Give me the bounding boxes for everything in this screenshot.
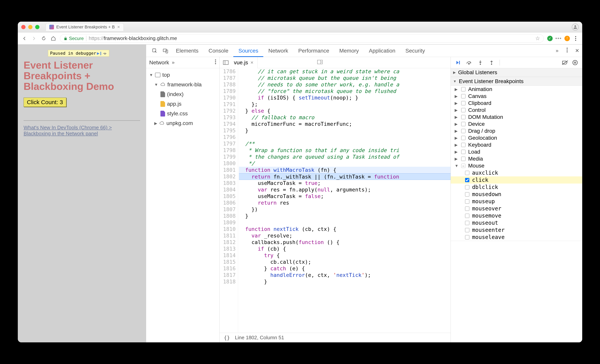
- resume-icon[interactable]: ▶❙: [97, 51, 102, 56]
- nav-more-icon[interactable]: [215, 59, 216, 66]
- tree-top[interactable]: ▼top: [148, 70, 217, 80]
- pretty-print-icon[interactable]: {}: [224, 335, 230, 341]
- event-dblclick[interactable]: dblclick: [451, 183, 582, 191]
- pause-exceptions-icon[interactable]: [572, 59, 578, 66]
- toggle-navigator-icon[interactable]: [222, 61, 230, 65]
- category-animation[interactable]: ▶Animation: [451, 86, 582, 93]
- tab-sources[interactable]: Sources: [233, 45, 263, 57]
- titlebar: Event Listener Breakpoints + B ✕: [18, 22, 582, 32]
- browser-window: Event Listener Breakpoints + B ✕ Secure …: [18, 22, 582, 342]
- back-icon[interactable]: [21, 35, 28, 42]
- category-dom-mutation[interactable]: ▶DOM Mutation: [451, 114, 582, 120]
- event-mouseout[interactable]: mouseout: [451, 219, 582, 227]
- whats-new-link[interactable]: What's New In DevTools (Chrome 66) > Bla…: [24, 125, 140, 136]
- maximize-window[interactable]: [35, 25, 39, 29]
- tab-console[interactable]: Console: [204, 45, 234, 57]
- svg-point-10: [215, 60, 216, 61]
- category-clipboard[interactable]: ▶Clipboard: [451, 100, 582, 107]
- event-auxclick[interactable]: auxclick: [451, 169, 582, 176]
- extension-badge-orange[interactable]: !: [564, 36, 570, 41]
- tree-file-index[interactable]: (index): [148, 90, 217, 99]
- event-mouseleave[interactable]: mouseleave: [451, 234, 582, 241]
- category-media[interactable]: ▶Media: [451, 155, 582, 162]
- category-geolocation[interactable]: ▶Geolocation: [451, 135, 582, 141]
- bookmark-star-icon[interactable]: ☆: [535, 35, 540, 42]
- resume-button[interactable]: [455, 59, 461, 66]
- event-mouseenter[interactable]: mouseenter: [451, 227, 582, 234]
- event-mouseup[interactable]: mouseup: [451, 198, 582, 205]
- url-text: https://framework-blackboxing.glitch.me: [89, 35, 177, 41]
- event-click[interactable]: click: [451, 176, 582, 183]
- browser-tab[interactable]: Event Listener Breakpoints + B ✕: [46, 23, 124, 31]
- step-out-button[interactable]: [488, 59, 495, 66]
- cloud-icon: [159, 120, 165, 127]
- favicon: [49, 25, 54, 29]
- tab-elements[interactable]: Elements: [171, 45, 204, 57]
- forward-icon: [31, 35, 37, 42]
- extension-overflow-icon[interactable]: •••: [555, 35, 562, 41]
- step-into-button[interactable]: [477, 59, 484, 66]
- url-toolbar: Secure https://framework-blackboxing.gli…: [18, 32, 582, 45]
- svg-rect-17: [459, 61, 460, 64]
- code-area[interactable]: // it can get stuck in a weird state whe…: [238, 68, 450, 333]
- step-over-button[interactable]: [466, 59, 472, 66]
- category-keyboard[interactable]: ▶Keyboard: [451, 141, 582, 148]
- file-icon: [160, 111, 165, 117]
- home-icon[interactable]: [50, 35, 56, 42]
- step-over-icon[interactable]: [103, 51, 107, 56]
- close-window[interactable]: [21, 25, 26, 29]
- tree-file-style[interactable]: style.css: [148, 109, 217, 118]
- cursor-position: Line 1802, Column 51: [235, 335, 284, 341]
- nav-tab-network[interactable]: Network: [149, 60, 169, 66]
- file-icon: [160, 101, 165, 107]
- close-file-icon[interactable]: ✕: [250, 60, 253, 65]
- overflow-tabs-icon[interactable]: »: [552, 48, 562, 54]
- click-count-button[interactable]: Click Count: 3: [24, 98, 66, 107]
- devtools-tabstrip: Elements Console Sources Network Perform…: [146, 45, 582, 57]
- event-mousedown[interactable]: mousedown: [451, 191, 582, 198]
- tree-origin-2[interactable]: ▶unpkg.com: [148, 118, 217, 128]
- secure-badge: Secure: [64, 36, 84, 41]
- section-event-listener-breakpoints[interactable]: ▼Event Listener Breakpoints: [451, 77, 582, 86]
- inspect-element-icon[interactable]: [149, 48, 160, 54]
- device-toolbar-icon[interactable]: [160, 48, 171, 54]
- tab-security[interactable]: Security: [400, 45, 430, 57]
- deactivate-breakpoints-icon[interactable]: [562, 59, 568, 66]
- devtools-panel: Elements Console Sources Network Perform…: [146, 45, 582, 342]
- profile-avatar-icon[interactable]: [572, 24, 579, 30]
- svg-point-0: [575, 36, 576, 37]
- reload-icon[interactable]: [41, 35, 47, 42]
- category-drag-drop[interactable]: ▶Drag / drop: [451, 127, 582, 135]
- tree-origin-1[interactable]: ▼framework-bla: [148, 80, 217, 90]
- debugger-toolbar: [451, 57, 582, 68]
- toggle-debugger-icon[interactable]: [317, 60, 449, 65]
- tree-file-app[interactable]: app.js: [148, 99, 217, 109]
- category-load[interactable]: ▶Load: [451, 148, 582, 155]
- settings-kebab-icon[interactable]: [562, 47, 572, 54]
- svg-rect-23: [574, 62, 575, 64]
- tab-memory[interactable]: Memory: [334, 45, 364, 57]
- category-canvas[interactable]: ▶Canvas: [451, 93, 582, 100]
- tab-network[interactable]: Network: [263, 45, 293, 57]
- svg-point-11: [215, 61, 216, 62]
- event-mouseover[interactable]: mouseover: [451, 205, 582, 212]
- tab-performance[interactable]: Performance: [293, 45, 334, 57]
- event-mousemove[interactable]: mousemove: [451, 212, 582, 219]
- svg-point-7: [567, 48, 568, 49]
- tab-application[interactable]: Application: [364, 45, 400, 57]
- debugger-paused-overlay: Paused in debugger ▶❙: [48, 50, 109, 57]
- section-global-listeners[interactable]: ▶Global Listeners: [451, 68, 582, 77]
- close-tab-icon[interactable]: ✕: [117, 25, 120, 29]
- editor-tab-vuejs[interactable]: vue.js✕: [230, 57, 258, 68]
- svg-point-3: [104, 54, 105, 55]
- address-bar[interactable]: Secure https://framework-blackboxing.gli…: [60, 34, 544, 43]
- category-device[interactable]: ▶Device: [451, 120, 582, 127]
- svg-point-2: [575, 40, 576, 41]
- nav-overflow-icon[interactable]: »: [172, 60, 175, 65]
- close-devtools-icon[interactable]: ✕: [572, 48, 582, 54]
- category-mouse[interactable]: ▼–Mouse: [451, 162, 582, 169]
- minimize-window[interactable]: [28, 25, 32, 29]
- category-control[interactable]: ▶Control: [451, 107, 582, 114]
- kebab-menu-icon[interactable]: [572, 35, 579, 42]
- extension-badge-green[interactable]: ✓: [547, 36, 553, 41]
